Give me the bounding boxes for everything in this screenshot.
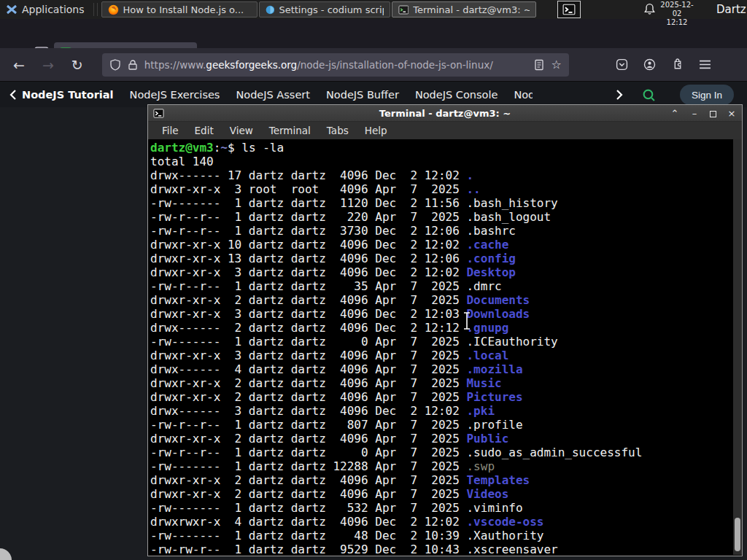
ls-row: drwx------ 3 dartz dartz 4096 Dec 2 12:0… <box>150 404 732 418</box>
ls-row: drwxr-xr-x 10 dartz dartz 4096 Dec 2 12:… <box>150 238 732 252</box>
ls-row: -rw-r--r-- 1 dartz dartz 35 Apr 7 2025 .… <box>150 279 732 293</box>
terminal-output[interactable]: dartz@vm3:~$ ls -la total 140 drwx------… <box>148 139 742 555</box>
toolbar-right-icons <box>616 58 711 71</box>
ls-row: drwxr-xr-x 3 dartz dartz 4096 Apr 7 2025… <box>150 349 732 362</box>
nav-item-buffer[interactable]: NodeJS Buffer <box>326 89 399 101</box>
prompt-command: $ ls -la <box>228 141 284 155</box>
terminal-minimize-button[interactable]: – <box>690 108 699 119</box>
forward-button[interactable]: → <box>34 57 63 73</box>
ls-row: drwxr-xr-x 2 dartz dartz 4096 Apr 7 2025… <box>150 487 732 501</box>
tracking-shield-icon[interactable] <box>109 59 121 71</box>
ls-row: drwxr-xr-x 2 dartz dartz 4096 Apr 7 2025… <box>150 432 732 446</box>
ls-row: drwxr-xr-x 3 root root 4096 Apr 7 2025 .… <box>150 182 732 196</box>
browser-toolbar: ← → ↻ https://www.geeksforgeeks.org/node… <box>0 48 747 82</box>
taskbar-item-label: How to Install Node.js o... <box>123 4 244 15</box>
panel-separator <box>93 3 98 16</box>
applications-icon <box>6 4 18 15</box>
lock-icon[interactable] <box>128 59 138 71</box>
nav-scroll-left-icon[interactable] <box>9 89 18 101</box>
terminal-titlebar[interactable]: Terminal - dartz@vm3: ~ ⌃ – × <box>148 105 742 122</box>
menu-edit[interactable]: Edit <box>187 125 222 136</box>
ls-row: drwxr-xr-x 3 dartz dartz 4096 Dec 2 12:0… <box>150 307 732 321</box>
user-label[interactable]: Dartz <box>716 3 746 16</box>
taskbar-item-terminal[interactable]: Terminal - dartz@vm3: ~ <box>392 1 536 18</box>
ls-row: -rw------- 1 dartz dartz 12288 Apr 7 202… <box>150 459 732 473</box>
ls-row: -rw------- 1 dartz dartz 1120 Dec 2 11:5… <box>150 196 732 210</box>
site-nav-items: NodeJS Tutorial NodeJS Exercises NodeJS … <box>22 89 533 101</box>
terminal-close-button[interactable]: × <box>727 108 736 119</box>
ls-row: drwxr-xr-x 3 dartz dartz 4096 Dec 2 12:0… <box>150 265 732 279</box>
taskbar-item-firefox[interactable]: How to Install Node.js o... <box>101 1 258 18</box>
terminal-title: Terminal - dartz@vm3: ~ <box>148 108 742 119</box>
applications-menu-button[interactable]: Applications <box>0 0 90 19</box>
prompt-cwd: ~ <box>220 141 228 155</box>
prompt-separator: : <box>214 141 221 155</box>
prompt-line: dartz@vm3:~$ ls -la <box>150 141 732 155</box>
reload-button[interactable]: ↻ <box>63 57 92 73</box>
nav-item-assert[interactable]: NodeJS Assert <box>236 89 310 101</box>
ls-row: drwxr-xr-x 2 dartz dartz 4096 Apr 7 2025… <box>150 473 732 487</box>
search-icon[interactable] <box>642 88 656 102</box>
taskbar-item-label: Settings - codium script... <box>279 4 383 15</box>
ls-row: drwxr-xr-x 13 dartz dartz 4096 Dec 2 12:… <box>150 252 732 265</box>
desktop: Applications How to Install Node.js o...… <box>0 0 747 560</box>
ls-row: drwx------ 4 dartz dartz 4096 Apr 7 2025… <box>150 362 732 376</box>
pocket-save-icon[interactable] <box>616 58 628 71</box>
ls-row: drwx------ 17 dartz dartz 4096 Dec 2 12:… <box>150 168 732 182</box>
ls-row: -rw-r--r-- 1 dartz dartz 220 Apr 7 2025 … <box>150 210 732 224</box>
taskbar-item-label: Terminal - dartz@vm3: ~ <box>413 4 529 15</box>
tray-terminal-launcher[interactable] <box>557 1 581 18</box>
menu-help[interactable]: Help <box>357 125 395 136</box>
menu-hamburger-icon[interactable] <box>699 59 711 70</box>
mouse-ibeam-cursor <box>462 311 472 330</box>
nav-item-console[interactable]: NodeJS Console <box>415 89 498 101</box>
terminal-window-controls: ⌃ – × <box>670 105 736 122</box>
menu-terminal[interactable]: Terminal <box>261 125 319 136</box>
menu-tabs[interactable]: Tabs <box>319 125 357 136</box>
applications-label: Applications <box>22 4 85 15</box>
browser-tab-strip: How to Install Node.js on × + – × <box>0 19 747 48</box>
terminal-maximize-button[interactable] <box>710 111 716 117</box>
clock[interactable]: 2025-12-02 12:12 <box>658 1 696 27</box>
url-bar[interactable]: https://www.geeksforgeeks.org/node-js/in… <box>102 53 569 77</box>
clock-time: 12:12 <box>658 18 696 27</box>
site-nav-bar: NodeJS Tutorial NodeJS Exercises NodeJS … <box>0 82 747 107</box>
terminal-window: Terminal - dartz@vm3: ~ ⌃ – × File Edit … <box>147 104 743 556</box>
terminal-icon <box>562 3 576 16</box>
back-button[interactable]: ← <box>4 57 34 73</box>
firefox-icon <box>108 4 119 15</box>
ls-row: -rw------- 1 dartz dartz 48 Dec 2 10:39 … <box>150 529 732 542</box>
extensions-icon[interactable] <box>671 58 684 71</box>
bookmark-star-icon[interactable]: ☆ <box>551 59 561 71</box>
nav-item-tutorial[interactable]: NodeJS Tutorial <box>22 89 114 101</box>
menu-file[interactable]: File <box>154 125 187 136</box>
vscodium-icon <box>266 4 275 15</box>
sign-in-button[interactable]: Sign In <box>680 85 734 105</box>
ls-row: -rw-r--r-- 1 dartz dartz 807 Apr 7 2025 … <box>150 418 732 432</box>
taskbar-item-vscodium[interactable]: Settings - codium script... <box>259 1 390 18</box>
terminal-scrollbar[interactable] <box>733 139 742 555</box>
terminal-icon <box>398 4 409 15</box>
ls-row: drwxrwxr-x 4 dartz dartz 4096 Dec 2 12:0… <box>150 515 732 529</box>
ls-row: -rw-rw-r-- 1 dartz dartz 9529 Dec 2 10:4… <box>150 542 732 555</box>
prompt-user-host: dartz@vm3 <box>150 141 214 155</box>
nav-item-crypto[interactable]: NodeJS Crypto <box>514 89 533 101</box>
nav-scroll-right-icon[interactable] <box>615 89 624 101</box>
terminal-menubar: File Edit View Terminal Tabs Help <box>148 122 742 139</box>
reader-view-icon[interactable] <box>534 59 544 71</box>
ls-row: -rw-r--r-- 1 dartz dartz 0 Apr 7 2025 .s… <box>150 446 732 459</box>
ls-row: -rw------- 1 dartz dartz 0 Apr 7 2025 .I… <box>150 335 732 349</box>
ls-row: -rw------- 1 dartz dartz 532 Apr 7 2025 … <box>150 501 732 515</box>
total-line: total 140 <box>150 155 732 168</box>
ls-row: drwxr-xr-x 2 dartz dartz 4096 Apr 7 2025… <box>150 390 732 404</box>
url-text: https://www.geeksforgeeks.org/node-js/in… <box>144 59 528 71</box>
top-panel: Applications How to Install Node.js o...… <box>0 0 747 19</box>
clock-date: 2025-12-02 <box>658 1 696 18</box>
terminal-scrollbar-thumb[interactable] <box>735 518 740 551</box>
terminal-shade-button[interactable]: ⌃ <box>670 108 679 119</box>
account-icon[interactable] <box>643 58 656 71</box>
notification-bell-icon[interactable] <box>643 3 656 18</box>
nav-item-exercises[interactable]: NodeJS Exercises <box>130 89 220 101</box>
url-domain: geeksforgeeks.org <box>206 59 297 71</box>
menu-view[interactable]: View <box>222 125 261 136</box>
